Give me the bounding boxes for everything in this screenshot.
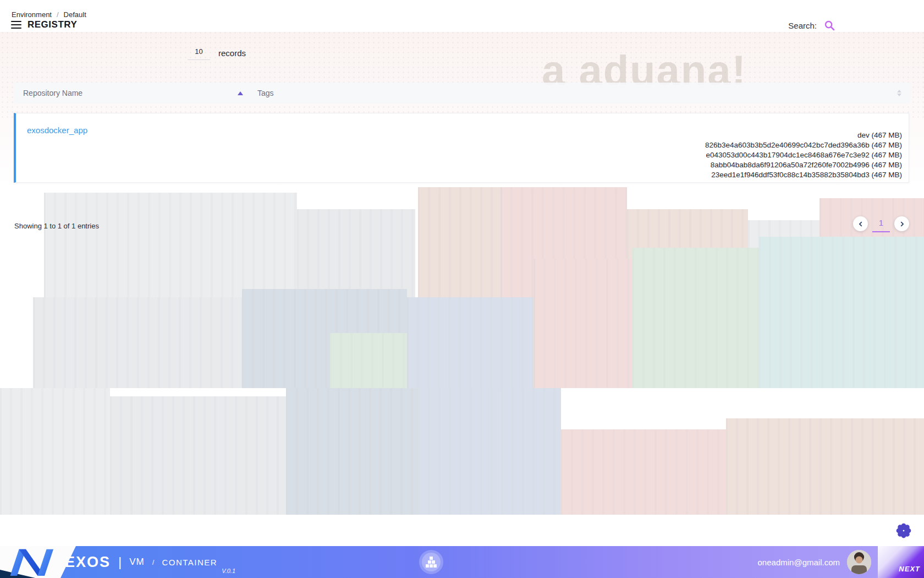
corner-page-fold: NEXT [878, 546, 924, 578]
pagination: 1 [853, 216, 909, 232]
gear-icon[interactable] [895, 522, 912, 539]
search-label: Search: [788, 21, 817, 30]
brand-product-vm: VM [129, 557, 145, 568]
container-stack-icon [422, 553, 441, 571]
brand-name: EXOS [65, 554, 111, 571]
next-page-button[interactable] [894, 216, 909, 231]
column-header-repository[interactable]: Repository Name [23, 89, 243, 97]
breadcrumb-current: Default [64, 10, 86, 19]
brand-product-separator: / [152, 558, 155, 566]
breadcrumb: Environment/Default [12, 10, 86, 19]
column-header-tags[interactable]: Tags [257, 89, 274, 97]
brand-product-container: CONTAINER [162, 558, 217, 567]
chevron-left-icon [858, 221, 864, 227]
breadcrumb-environment[interactable]: Environment [12, 10, 52, 19]
page-title: REGISTRY [28, 19, 77, 30]
sort-unsorted-icon [897, 90, 901, 96]
tag-line: 826b3e4a603b3b5d2e40699c042bc7ded396a36b… [705, 140, 902, 150]
footer-brand-text: EXOS | VM / CONTAINER V.0.1 [65, 546, 235, 578]
tag-line: e043053d00c443b17904dc1ec8468a676e7c3e92… [705, 150, 902, 160]
sort-ascending-icon [238, 91, 243, 95]
records-per-page-select[interactable]: 10 [188, 47, 210, 60]
exos-n-logo-icon [6, 548, 56, 576]
breadcrumb-separator: / [57, 10, 59, 19]
tag-line: 23eed1e1f946ddf53f0c88c14b35882b35804bd3… [705, 170, 902, 180]
footer: EXOS | VM / CONTAINER V.0.1 oneadmin@gma… [0, 546, 924, 578]
entries-summary: Showing 1 to 1 of 1 entries [14, 222, 99, 230]
brand-version: V.0.1 [222, 568, 235, 574]
search-icon[interactable] [824, 20, 835, 31]
page-number-current[interactable]: 1 [872, 216, 890, 232]
tags-list: dev (467 MB)826b3e4a603b3b5d2e40699c042b… [705, 130, 902, 180]
menu-icon[interactable] [11, 20, 21, 30]
table-row: exosdocker_app dev (467 MB)826b3e4a603b3… [14, 113, 909, 183]
repository-link[interactable]: exosdocker_app [27, 126, 87, 135]
container-stack-button[interactable] [419, 550, 443, 574]
previous-page-button[interactable] [853, 216, 868, 231]
tag-line: dev (467 MB) [705, 130, 902, 140]
brand-divider: | [118, 554, 122, 570]
user-email: oneadmin@gmail.com [758, 558, 840, 567]
avatar[interactable] [847, 550, 871, 574]
corner-next-label: NEXT [899, 565, 920, 573]
records-label: records [218, 48, 246, 60]
table-header: Repository Name Tags [14, 83, 910, 103]
tag-line: 8abb04bab8da6f91206a50a72f260fe7002b4996… [705, 160, 902, 170]
chevron-right-icon [899, 221, 905, 227]
